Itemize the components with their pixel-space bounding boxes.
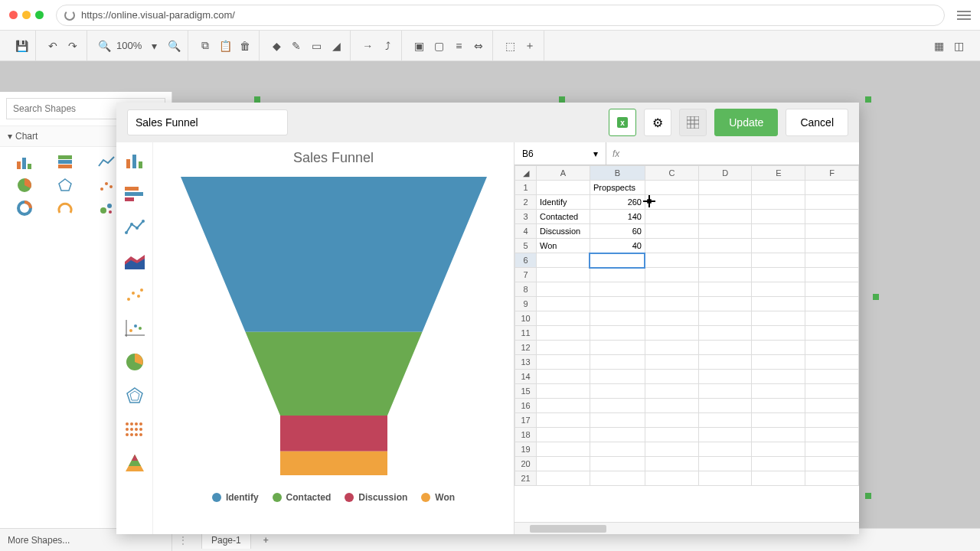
- horizontal-scrollbar[interactable]: [514, 522, 859, 534]
- cell[interactable]: [698, 311, 752, 326]
- cell[interactable]: [645, 268, 698, 282]
- resize-handle[interactable]: [559, 96, 565, 103]
- cell[interactable]: [590, 471, 645, 486]
- cell[interactable]: [805, 210, 859, 224]
- cell[interactable]: [805, 355, 859, 370]
- doughnut-chart-icon[interactable]: [6, 199, 43, 217]
- cell[interactable]: [698, 297, 752, 311]
- cell[interactable]: [590, 326, 645, 341]
- cell[interactable]: [590, 384, 645, 399]
- to-back-icon[interactable]: ▢: [431, 38, 446, 54]
- save-icon[interactable]: 💾: [14, 38, 29, 54]
- ct-scatter-axis-icon[interactable]: [122, 318, 147, 338]
- cell[interactable]: [698, 428, 752, 442]
- waypoint-icon[interactable]: ⤴: [380, 38, 395, 54]
- maximize-window-icon[interactable]: [35, 11, 44, 19]
- cell[interactable]: [805, 326, 859, 341]
- cell[interactable]: [698, 210, 752, 224]
- cell[interactable]: [590, 253, 645, 268]
- cell[interactable]: [752, 224, 805, 239]
- cell[interactable]: [537, 341, 590, 355]
- reload-icon[interactable]: [64, 10, 75, 21]
- cell[interactable]: [590, 355, 645, 370]
- ct-line-icon[interactable]: [122, 217, 147, 237]
- grid[interactable]: ◢ABCDEF1Propspects2Identify2603Contacted…: [514, 165, 859, 522]
- col-header[interactable]: D: [698, 166, 752, 181]
- row-header[interactable]: 8: [515, 282, 537, 297]
- row-header[interactable]: 18: [515, 428, 537, 442]
- cell[interactable]: [645, 457, 698, 471]
- cell[interactable]: [752, 210, 805, 224]
- add-icon[interactable]: ＋: [522, 38, 537, 54]
- cell[interactable]: [805, 413, 859, 428]
- update-button[interactable]: Update: [714, 109, 778, 136]
- row-header[interactable]: 19: [515, 442, 537, 457]
- cell[interactable]: [645, 355, 698, 370]
- ct-column-icon[interactable]: [122, 150, 147, 170]
- cell[interactable]: [590, 282, 645, 297]
- cell[interactable]: [645, 311, 698, 326]
- row-header[interactable]: 7: [515, 268, 537, 282]
- cell[interactable]: [805, 195, 859, 210]
- format-painter-icon[interactable]: ◢: [328, 38, 344, 54]
- cell[interactable]: [805, 442, 859, 457]
- cell[interactable]: [752, 268, 805, 282]
- url-bar[interactable]: https://online.visual-paradigm.com/: [56, 5, 945, 26]
- cell[interactable]: [805, 384, 859, 399]
- cell[interactable]: [645, 370, 698, 384]
- search-input[interactable]: [7, 103, 134, 114]
- ct-radar-icon[interactable]: [122, 386, 147, 406]
- cell[interactable]: [537, 355, 590, 370]
- cell[interactable]: [805, 181, 859, 195]
- cell[interactable]: [698, 268, 752, 282]
- minimize-window-icon[interactable]: [22, 11, 31, 19]
- row-header[interactable]: 17: [515, 413, 537, 428]
- cell[interactable]: [698, 399, 752, 413]
- layout-icon[interactable]: ▦: [931, 38, 946, 54]
- cell[interactable]: [805, 428, 859, 442]
- cell[interactable]: Identify: [537, 195, 590, 210]
- select-icon[interactable]: ⬚: [502, 38, 518, 54]
- cell[interactable]: 260: [590, 195, 645, 210]
- distribute-icon[interactable]: ⇔: [471, 38, 486, 54]
- zoom-dropdown-icon[interactable]: ▾: [146, 38, 162, 54]
- cell[interactable]: [698, 282, 752, 297]
- cell[interactable]: [752, 384, 805, 399]
- cell[interactable]: [698, 370, 752, 384]
- row-header[interactable]: 3: [515, 210, 537, 224]
- pie-chart-icon[interactable]: [6, 176, 43, 194]
- cell-reference[interactable]: B6 ▾: [514, 142, 606, 165]
- cell[interactable]: [590, 297, 645, 311]
- ct-pie-icon[interactable]: [122, 352, 147, 372]
- cell[interactable]: [752, 195, 805, 210]
- cell[interactable]: [645, 253, 698, 268]
- cell[interactable]: [805, 253, 859, 268]
- row-header[interactable]: 5: [515, 239, 537, 253]
- cell[interactable]: [805, 282, 859, 297]
- cell[interactable]: [537, 297, 590, 311]
- cell[interactable]: [645, 282, 698, 297]
- cell[interactable]: [805, 370, 859, 384]
- settings-button[interactable]: ⚙: [644, 109, 671, 136]
- cell[interactable]: [752, 370, 805, 384]
- excel-import-button[interactable]: x: [609, 109, 636, 136]
- drag-handle-icon[interactable]: ⋮: [172, 535, 194, 546]
- row-header[interactable]: 4: [515, 224, 537, 239]
- cell[interactable]: [752, 399, 805, 413]
- cell[interactable]: [537, 384, 590, 399]
- cell[interactable]: Discussion: [537, 224, 590, 239]
- cell[interactable]: [752, 311, 805, 326]
- cell[interactable]: 60: [590, 224, 645, 239]
- row-header[interactable]: 13: [515, 355, 537, 370]
- gauge-chart-icon[interactable]: [47, 199, 84, 217]
- cell[interactable]: [698, 253, 752, 268]
- cell[interactable]: [698, 457, 752, 471]
- menu-icon[interactable]: [957, 11, 971, 20]
- cell[interactable]: [698, 384, 752, 399]
- zoom-in-icon[interactable]: 🔍: [166, 38, 181, 54]
- cell[interactable]: [645, 341, 698, 355]
- corner-cell[interactable]: ◢: [515, 166, 537, 181]
- chart-title-input[interactable]: [127, 109, 288, 135]
- cell[interactable]: [698, 442, 752, 457]
- cell[interactable]: [698, 239, 752, 253]
